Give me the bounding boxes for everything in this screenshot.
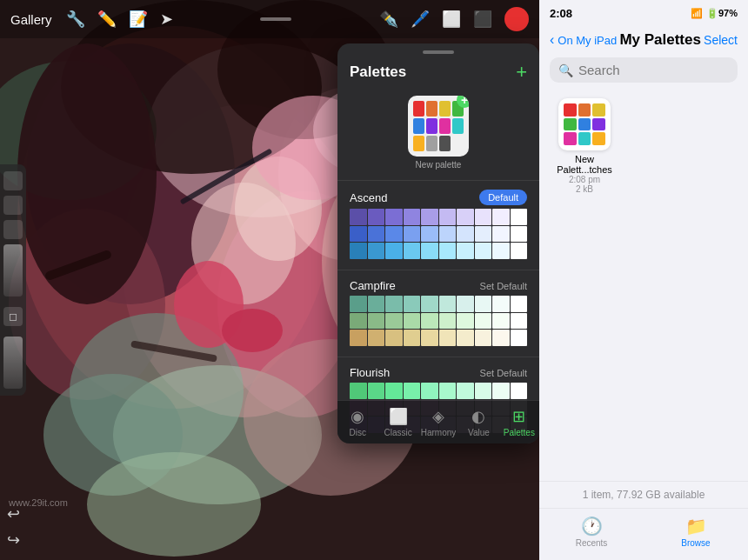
arrow-icon[interactable]: ➤ <box>160 10 173 29</box>
palette-cell[interactable] <box>475 383 492 399</box>
palette-cell[interactable] <box>368 330 385 346</box>
palette-cell[interactable] <box>421 383 438 399</box>
tab-value[interactable]: ◐ Value <box>458 407 498 437</box>
palette-cell[interactable] <box>457 383 474 399</box>
palette-cell[interactable] <box>404 209 421 225</box>
palette-cell[interactable] <box>404 383 421 399</box>
flourish-set-default[interactable]: Set Default <box>480 368 527 378</box>
palette-cell[interactable] <box>475 313 492 330</box>
palette-cell[interactable] <box>404 296 421 312</box>
palette-cell[interactable] <box>492 226 510 243</box>
palette-cell[interactable] <box>511 330 528 346</box>
palette-cell[interactable] <box>457 226 474 243</box>
brush-size-3[interactable] <box>3 220 23 239</box>
palette-cell[interactable] <box>439 330 457 346</box>
undo-icon[interactable]: ↩ <box>7 504 20 523</box>
palette-cell[interactable] <box>475 296 492 312</box>
palette-cell[interactable] <box>368 296 385 312</box>
list-item[interactable]: New Palett...tches 2:08 pm 2 kB <box>550 98 619 194</box>
palette-cell[interactable] <box>511 226 528 243</box>
palette-cell[interactable] <box>421 313 438 330</box>
palette-cell[interactable] <box>421 226 438 243</box>
palette-cell[interactable] <box>475 330 492 346</box>
palette-cell[interactable] <box>439 226 457 243</box>
palette-cell[interactable] <box>385 243 403 259</box>
new-palette-item[interactable]: + New palette <box>337 89 539 180</box>
palette-cell[interactable] <box>421 243 438 259</box>
search-input[interactable] <box>578 63 744 77</box>
palette-cell[interactable] <box>492 313 510 330</box>
brush-size-1[interactable] <box>3 171 23 190</box>
search-bar[interactable]: 🔍 🎤 <box>550 57 738 83</box>
color-picker[interactable] <box>504 7 529 31</box>
add-palette-button[interactable]: + <box>516 63 527 82</box>
palette-cell[interactable] <box>475 243 492 259</box>
wrench-icon[interactable]: 🔧 <box>66 10 85 29</box>
palette-cell[interactable] <box>385 313 403 330</box>
tab-harmony[interactable]: ◈ Harmony <box>418 407 458 437</box>
tab-palettes[interactable]: ⊞ Palettes <box>499 407 539 437</box>
back-button[interactable]: On My iPad <box>558 34 617 47</box>
palette-cell[interactable] <box>421 296 438 312</box>
ascend-default-btn[interactable]: Default <box>479 190 527 205</box>
palette-cell[interactable] <box>457 243 474 259</box>
palette-cell[interactable] <box>475 226 492 243</box>
palette-cell[interactable] <box>350 243 367 259</box>
palette-cell[interactable] <box>404 226 421 243</box>
nav-recents[interactable]: 🕐 Recents <box>539 516 644 548</box>
palette-cell[interactable] <box>439 209 457 225</box>
palette-cell[interactable] <box>511 313 528 330</box>
palette-cell[interactable] <box>350 226 367 243</box>
palette-cell[interactable] <box>368 243 385 259</box>
layer-toggle[interactable]: ◻ <box>3 307 23 326</box>
layers-icon[interactable]: ⬛ <box>473 10 492 29</box>
palette-cell[interactable] <box>350 296 367 312</box>
palette-cell[interactable] <box>404 313 421 330</box>
back-chevron-icon[interactable]: ‹ <box>550 32 554 48</box>
palette-cell[interactable] <box>404 243 421 259</box>
gallery-button[interactable]: Gallery <box>10 12 52 27</box>
opacity-slider[interactable] <box>3 244 23 297</box>
palette-cell[interactable] <box>457 330 474 346</box>
palette-cell[interactable] <box>368 313 385 330</box>
palette-cell[interactable] <box>439 383 457 399</box>
palette-cell[interactable] <box>350 383 367 399</box>
pencil-icon[interactable]: ✒️ <box>379 10 398 29</box>
eraser-icon[interactable]: ⬜ <box>442 10 461 29</box>
palette-cell[interactable] <box>385 383 403 399</box>
palette-cell[interactable] <box>368 226 385 243</box>
palette-cell[interactable] <box>439 243 457 259</box>
palette-cell[interactable] <box>492 243 510 259</box>
palette-cell[interactable] <box>492 383 510 399</box>
palette-cell[interactable] <box>385 296 403 312</box>
palette-cell[interactable] <box>368 383 385 399</box>
palette-cell[interactable] <box>457 296 474 312</box>
tab-disc[interactable]: ◉ Disc <box>337 407 377 437</box>
palette-cell[interactable] <box>439 296 457 312</box>
redo-icon[interactable]: ↪ <box>7 530 20 550</box>
campfire-set-default[interactable]: Set Default <box>480 281 527 291</box>
palette-cell[interactable] <box>457 209 474 225</box>
palette-cell[interactable] <box>385 209 403 225</box>
nav-browse[interactable]: 📁 Browse <box>644 516 748 548</box>
palette-cell[interactable] <box>385 226 403 243</box>
palette-cell[interactable] <box>511 296 528 312</box>
palette-cell[interactable] <box>492 209 510 225</box>
palette-cell[interactable] <box>421 209 438 225</box>
palette-cell[interactable] <box>421 330 438 346</box>
palette-cell[interactable] <box>350 209 367 225</box>
script-icon[interactable]: 📝 <box>129 10 148 29</box>
palette-cell[interactable] <box>439 313 457 330</box>
palette-cell[interactable] <box>350 330 367 346</box>
brush-slider[interactable] <box>3 337 23 389</box>
palette-cell[interactable] <box>511 383 528 399</box>
select-button[interactable]: Select <box>704 33 738 47</box>
palette-cell[interactable] <box>511 243 528 259</box>
palette-cell[interactable] <box>350 313 367 330</box>
tab-classic[interactable]: ⬜ Classic <box>377 407 417 437</box>
palette-cell[interactable] <box>368 209 385 225</box>
brush-size-2[interactable] <box>3 196 23 215</box>
palette-cell[interactable] <box>404 330 421 346</box>
palette-cell[interactable] <box>511 209 528 225</box>
smudge-icon[interactable]: 🖊️ <box>411 10 430 29</box>
